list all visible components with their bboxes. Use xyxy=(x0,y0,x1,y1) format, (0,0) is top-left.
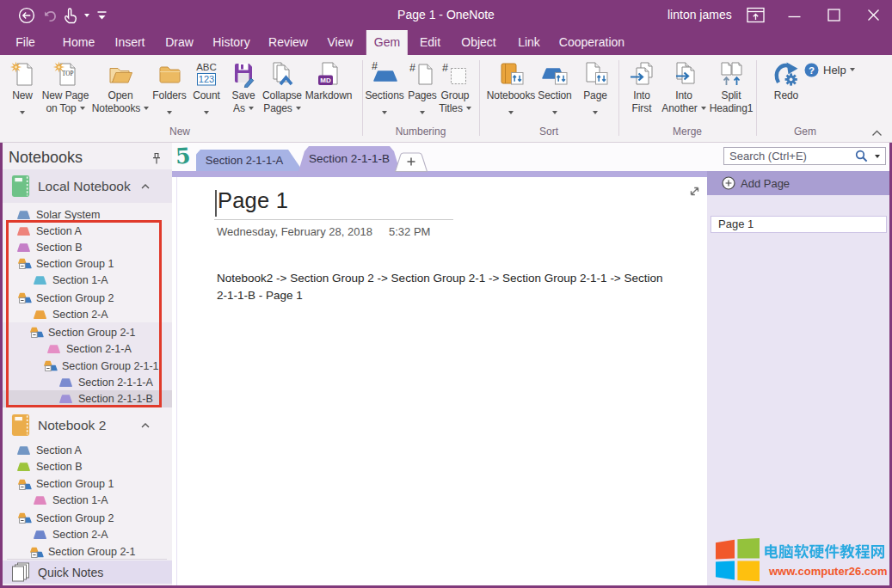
new-section-tab[interactable] xyxy=(394,152,428,175)
ribbon-tab-file[interactable]: File xyxy=(8,30,43,55)
ribbon-tab-review[interactable]: Review xyxy=(261,30,316,55)
pin-pane-button[interactable] xyxy=(151,152,163,168)
ribbon-button-page[interactable]: Page xyxy=(575,57,615,118)
page-title-underline xyxy=(214,219,453,220)
maximize-button[interactable] xyxy=(814,0,853,30)
ribbon-tab-object[interactable]: Object xyxy=(453,30,503,55)
ribbon-button-label-line2: Another xyxy=(661,102,705,115)
numbering-sections-icon: # xyxy=(371,60,398,88)
ribbon-button-label: Pages xyxy=(263,102,292,114)
close-button[interactable] xyxy=(853,0,892,30)
dropdown-caret-icon xyxy=(204,111,209,114)
pages-pane: Add Page Page 1 www.computer26.com xyxy=(707,171,889,585)
section-icon xyxy=(17,446,30,455)
ribbon-button-group-titles[interactable]: # Group Titles xyxy=(433,57,477,115)
dropdown-caret-icon xyxy=(552,111,557,114)
merge-into-another-icon xyxy=(670,60,698,88)
section-group-icon xyxy=(29,547,44,558)
help-icon: ? xyxy=(804,63,819,77)
ribbon-tab-history[interactable]: History xyxy=(205,30,258,55)
ribbon-button-caret-row xyxy=(420,102,425,118)
dropdown-caret-icon xyxy=(850,68,855,71)
sidebar-item-nb2-section-b[interactable]: Section B xyxy=(17,458,83,475)
ribbon-button-redo[interactable]: Redo xyxy=(766,57,806,102)
ribbon-tab-cooperation[interactable]: Cooperation xyxy=(551,30,632,55)
ribbon-button-caret-row xyxy=(593,102,598,118)
sort-notebooks-icon xyxy=(497,60,525,88)
collapse-ribbon-icon xyxy=(871,129,883,137)
section-tab-section-2-1-1-b[interactable]: Section 2-1-1-B xyxy=(297,146,402,177)
ribbon-button-label-line2: on Top xyxy=(46,102,84,115)
sidebar-item-label: Section B xyxy=(36,461,83,473)
ribbon-tab-home[interactable]: Home xyxy=(55,30,102,55)
signed-in-user[interactable]: linton james xyxy=(667,0,732,30)
collapse-chevron-icon[interactable] xyxy=(141,423,150,428)
page-body-text[interactable]: Notebook2 -> Section Group 2 -> Section … xyxy=(217,270,667,304)
minimize-button[interactable] xyxy=(774,0,814,30)
collapse-chevron-icon[interactable] xyxy=(141,184,150,189)
sidebar-item-nb2-section-a[interactable]: Section A xyxy=(17,442,82,459)
svg-text:ABC: ABC xyxy=(196,62,217,72)
search-placeholder: Search (Ctrl+E) xyxy=(724,150,855,162)
ribbon-button-label: on Top xyxy=(46,102,76,114)
ribbon-button-help[interactable]: ? Help xyxy=(804,63,855,77)
ribbon-group-label-new: New xyxy=(169,126,190,138)
window-border-left xyxy=(0,143,3,588)
sidebar-item-label: Section Group 2-1 xyxy=(48,546,135,558)
expand-diagonal-icon xyxy=(688,185,701,198)
new-page-on-top-icon: TOP xyxy=(52,60,79,88)
svg-text:#: # xyxy=(442,62,448,74)
ribbon-button-label: Into xyxy=(675,89,692,102)
ribbon-tab-gem[interactable]: Gem xyxy=(366,30,408,56)
ribbon-button-label: New xyxy=(12,89,33,102)
sidebar-item-nb2-section-1-a[interactable]: Section 1-A xyxy=(34,493,108,510)
add-page-label: Add Page xyxy=(741,177,790,190)
svg-text:TOP: TOP xyxy=(62,70,73,77)
page-title[interactable]: Page 1 xyxy=(218,188,288,213)
sidebar-item-label: Section Group 2 xyxy=(36,512,114,524)
search-box[interactable]: Search (Ctrl+E) xyxy=(723,147,886,165)
dropdown-caret-icon xyxy=(593,111,598,114)
ribbon-button-label-line2: First xyxy=(632,102,652,115)
ribbon-button-label: Titles xyxy=(439,102,463,114)
section-tab-section-2-1-1-a[interactable]: Section 2-1-1-A xyxy=(196,150,303,171)
ribbon-button-label: Sections xyxy=(365,89,403,102)
collapse-ribbon-button[interactable] xyxy=(871,125,883,140)
sidebar-item-label: Section A xyxy=(36,444,82,456)
collapse-pages-icon xyxy=(268,60,296,88)
add-page-button[interactable]: Add Page xyxy=(707,171,889,195)
ribbon-button-label: Notebooks xyxy=(487,89,535,102)
ribbon-group-label-merge: Merge xyxy=(673,126,702,138)
ribbon-button-label-line2: Pages xyxy=(263,102,301,115)
sidebar-item-nb2-section-group-1[interactable]: Section Group 1 xyxy=(17,476,114,493)
page-date: Wednesday, February 28, 2018 xyxy=(217,225,372,238)
sidebar-item-label: Section 2-A xyxy=(52,529,108,541)
folders-icon xyxy=(156,60,183,88)
ribbon-display-options-button[interactable] xyxy=(735,0,775,30)
notebook-header-local-notebook[interactable]: Local Notebook xyxy=(3,169,172,203)
ribbon-button-split-heading1[interactable]: Split Heading1 xyxy=(702,57,760,115)
ribbon-tab-view[interactable]: View xyxy=(319,30,360,55)
sidebar-item-nb2-section-2-a[interactable]: Section 2-A xyxy=(34,526,108,543)
ribbon-tab-link[interactable]: Link xyxy=(510,30,548,55)
ribbon-tab-insert[interactable]: Insert xyxy=(107,30,152,55)
expand-page-button[interactable] xyxy=(688,185,701,201)
dropdown-caret-icon xyxy=(20,111,25,114)
search-icon[interactable] xyxy=(855,150,868,162)
ribbon-button-markdown[interactable]: MD Markdown xyxy=(296,57,361,102)
ribbon-button-section[interactable]: Section xyxy=(530,57,580,118)
ribbon-tab-bar: File Home Insert Draw History Review Vie… xyxy=(0,30,892,55)
ribbon-tab-draw[interactable]: Draw xyxy=(157,30,201,55)
search-scope-caret-icon[interactable] xyxy=(875,155,880,158)
sidebar-item-nb2-section-group-2[interactable]: Section Group 2 xyxy=(17,510,114,527)
notebook-header-notebook-2[interactable]: Notebook 2 xyxy=(3,411,172,439)
watermark-flag-icon xyxy=(716,538,760,582)
page-canvas[interactable]: Page 1 Wednesday, February 28, 2018 5:32… xyxy=(172,177,707,585)
page-list-item[interactable]: Page 1 xyxy=(711,216,887,233)
ribbon-button-label: Heading1 xyxy=(710,102,754,114)
ribbon-tab-edit[interactable]: Edit xyxy=(412,30,448,55)
ribbon-button-label: Folders xyxy=(152,89,186,102)
quick-notes-button[interactable]: Quick Notes xyxy=(3,560,172,584)
merge-into-first-icon xyxy=(628,60,655,88)
ribbon-button-caret-row xyxy=(382,102,387,118)
